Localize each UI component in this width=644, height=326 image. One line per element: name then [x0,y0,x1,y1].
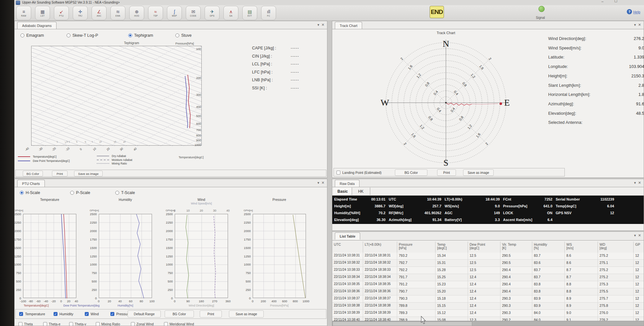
table-row[interactable]: 22/11/24 10:38:3222/11/24 18:38:32792.71… [332,260,644,267]
subtab-basic[interactable]: Basic [334,188,352,195]
column-header-ws[interactable]: WS[m/s] [565,241,598,253]
gph-tick: 250 [240,288,251,292]
column-header-lt-8-00h[interactable]: LT(+8.00h) [363,241,397,253]
minimize-button[interactable]: – [601,0,603,3]
checkbox-mixing-ratio[interactable]: Mixing Ratio [96,321,120,326]
horizontal-scrollbar[interactable] [332,321,644,326]
checkbox-theta-v[interactable]: Theta-v [69,321,86,326]
print-button[interactable]: Print [200,310,222,318]
help-link[interactable]: Help [633,10,640,14]
table-row[interactable]: 22/11/24 10:38:3822/11/24 18:38:38789.81… [332,303,644,310]
checkbox-box [54,312,57,316]
checkbox-meridional-wind[interactable]: Meridional Wind [164,321,194,326]
toolbar-button-ema[interactable]: ≋EMA [110,6,125,20]
table-row[interactable]: 22/11/24 10:38:3622/11/24 18:38:36790.71… [332,288,644,295]
tab-ptu-charts[interactable]: PTU Charts [17,180,45,187]
column-header-dew-point[interactable]: Dew Point[degC] [468,241,500,253]
checkbox-theta-e[interactable]: Theta-e [43,321,60,326]
toolbar-button-raw[interactable]: ≡RAW [16,6,31,20]
rawdata-collapse-icon[interactable]: ▾ [634,180,636,185]
column-header-wd[interactable]: WD[deg] [598,241,634,253]
radio-ptu-p-scale[interactable]: P-Scale [70,190,90,195]
table-row[interactable]: 22/11/24 10:38:3322/11/24 18:38:33792.21… [332,267,644,274]
checkbox-humidity[interactable]: Humidity [54,311,73,317]
track-collapse-icon[interactable]: ▾ [634,22,636,27]
rawdata-cell-rf-mhz: RF[MHz]401.90262 [387,209,443,216]
rawdata-cell-wd-deg: WD[deg]257.7 [387,202,443,209]
toolbar-button-asc[interactable]: ∠ASC [92,6,107,20]
maximize-button[interactable]: ▢ [614,0,617,3]
toolbar-button-gps[interactable]: ✈GPS [205,6,220,20]
save-as-image-button[interactable]: Save as image [74,171,103,176]
radio-adiabatic-emagram[interactable]: Emagram [20,33,44,38]
checkbox-temperature[interactable]: Temperature [19,311,45,317]
checkbox-wind[interactable]: Wind [85,311,99,317]
radio-adiabatic-tephigram[interactable]: Tephigram [128,33,153,38]
table-cell: 12.5 [468,260,500,267]
radio-ptu-t-scale[interactable]: T-Scale [115,190,135,195]
column-header-humidity[interactable]: Humidity[%] [532,241,565,253]
legend-entry-dew-point-temperature-degc: Dew Point Temperature[degC] [18,159,70,163]
table-row[interactable]: 22/11/24 10:38:3122/11/24 18:38:31793.21… [332,253,644,260]
column-header-pressure[interactable]: Pressure[hPa] [397,241,436,253]
print-button[interactable]: Print [52,171,68,176]
print-button[interactable]: Print [437,169,456,176]
index-label-lnb: LNB [hPa] : [252,78,273,82]
end-button[interactable]: END [430,6,444,18]
rawdata-close-icon[interactable]: ✕ [638,180,641,185]
checkbox-theta[interactable]: Theta [19,321,33,326]
rawdata-row: Height[m]3886.7WD[deg]257.7WS[m/s]9.0Pre… [332,202,644,209]
toolbar-button-fc[interactable]: ıllFC [261,6,276,20]
bg-color-button[interactable]: BG Color [165,310,194,318]
checkbox-landing-point[interactable]: Landing Point (Estimated) [336,170,382,175]
gph-tick: 2250 [14,221,21,224]
table-row[interactable]: 22/11/24 10:38:3922/11/24 18:38:39789.31… [332,310,644,317]
tab-list-table[interactable]: List Table [335,232,360,240]
radio-ptu-h-scale[interactable]: H-Scale [20,190,40,195]
listtable-collapse-icon[interactable]: ▾ [634,233,636,238]
radio-adiabatic-stuve[interactable]: Stuve [175,33,192,38]
pressure-tick: 500 [186,114,201,118]
table-cell: 83.8 [532,288,565,295]
toolbar-button-tsp[interactable]: ≈TSP [148,6,163,20]
table-row[interactable]: 22/11/24 10:38:3422/11/24 18:38:34791.71… [332,274,644,281]
checkbox-zonal-wind[interactable]: Zonal Wind [131,321,154,326]
ptu-close-icon[interactable]: ✕ [322,180,324,185]
track-close-icon[interactable]: ✕ [638,22,641,27]
column-header-temp[interactable]: Temp[degC] [436,241,468,253]
subtab-hk[interactable]: HK [352,188,370,195]
default-range-button[interactable]: Default Range [128,310,161,318]
toolbar-button-trj[interactable]: ✛TRJ [73,6,88,20]
adiabatic-collapse-icon[interactable]: ▾ [317,22,319,27]
toolbar-button-lst[interactable]: ▦LST [35,6,50,20]
save-as-image-button[interactable]: Save as image [463,169,494,176]
scrollbar-thumb[interactable] [333,321,472,326]
toolbar-button-code[interactable]: ✉CODE [186,6,201,20]
toolbar-button-hod[interactable]: ⊕HOD [129,6,144,20]
bg-color-button[interactable]: BG Color [23,171,43,176]
help-icon[interactable]: ? [627,9,632,14]
table-row[interactable]: 22/11/24 10:38:3522/11/24 18:38:35791.21… [332,281,644,288]
table-cell: 84.0 [532,310,565,317]
save-as-image-button[interactable]: Save as image [229,310,264,318]
listtable-close-icon[interactable]: ✕ [638,233,641,238]
tab-raw-data[interactable]: Raw Data [335,180,360,187]
toolbar-button-evt[interactable]: ▤EVT [242,6,257,20]
adiabatic-close-icon[interactable]: ✕ [322,22,324,27]
radio-adiabatic-skew-t-log-p[interactable]: Skew-T Log-P [67,33,98,38]
svg-text:1.2: 1.2 [419,124,425,130]
column-header-gp[interactable]: GP [634,241,644,253]
tab-adiabatic-diagrams[interactable]: Adiabatic Diagrams [17,22,57,29]
table-cell: 791.2 [397,281,436,288]
toolbar-button-wsp[interactable]: ʃWSP [167,6,182,20]
column-header-vir-temp[interactable]: Vir. Temp[K] [500,241,532,253]
tab-track-chart[interactable]: Track Chart [335,22,362,29]
table-cell: 290.4 [500,281,532,288]
toolbar-button-sa[interactable]: ∧SA [223,6,238,20]
table-row[interactable]: 22/11/24 10:38:3722/11/24 18:38:37790.31… [332,295,644,303]
readout-value-latitude: 1.3399 [549,55,644,59]
ptu-collapse-icon[interactable]: ▾ [317,180,319,185]
bg-color-button[interactable]: BG Color [395,169,427,176]
toolbar-button-ptu[interactable]: ↙PTU [54,6,69,20]
column-header-utc[interactable]: UTC [332,241,363,253]
